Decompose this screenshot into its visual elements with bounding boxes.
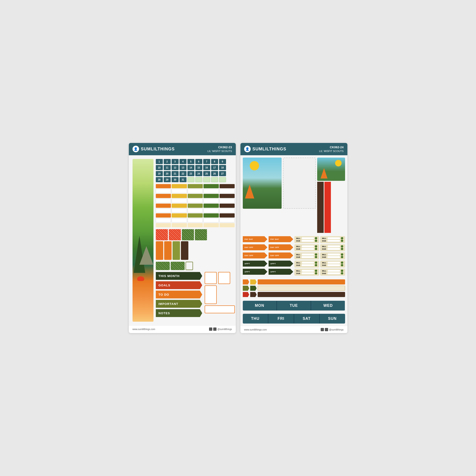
label-and-boxes: THIS MONTH GOALS TO DO IMPORTANT NOTES	[156, 272, 235, 317]
strip-olive-3	[188, 204, 203, 208]
pattern-red	[156, 229, 168, 240]
scenic-sun-2	[335, 160, 342, 166]
num-12: 12	[172, 165, 178, 170]
scenic-small-top	[317, 158, 345, 181]
scenic-sun-1	[250, 161, 259, 170]
facebook-icon-right	[325, 328, 328, 331]
strip-cream-3	[188, 223, 203, 227]
flag-arrow-brown-1	[250, 292, 257, 297]
strip-white-14	[203, 208, 219, 213]
logo-right: 👤	[244, 146, 251, 152]
long-bar-orange-1	[258, 279, 345, 285]
social-icons-left: @sumlilthings	[209, 327, 232, 331]
day-row-wrapper-1: MON TUE WED	[243, 301, 345, 310]
strip-white-18	[188, 218, 203, 222]
num-14: 14	[187, 165, 194, 170]
num-17: 17	[211, 165, 218, 170]
day-row-wrapper-2: THU FRI SAT SUN	[243, 314, 345, 323]
strip-row-8	[156, 218, 235, 222]
num-27: 27	[219, 171, 226, 176]
day-sun: SUN	[320, 314, 345, 323]
banner-goals: GOALS	[156, 281, 202, 289]
sticker-appt-4: APPT	[269, 269, 293, 275]
pattern-green-2	[195, 229, 207, 240]
strip-white-9	[203, 199, 219, 203]
num-empty-2	[195, 177, 202, 182]
strip-orange-2	[156, 194, 171, 198]
num-8: 8	[211, 159, 218, 164]
white-box-med	[205, 285, 217, 304]
brand-left: 👤 SUMLILTHINGS	[133, 146, 175, 152]
strip-white-5	[220, 189, 235, 193]
num-empty-1	[187, 177, 194, 182]
sticker-dayoff-2: DAY OFF	[269, 244, 293, 250]
num-empty-5	[219, 177, 226, 182]
day-thu: THU	[243, 314, 269, 323]
bill-item-7: BILL DUE	[294, 261, 319, 268]
day-wed: WED	[311, 301, 345, 310]
hbar-row-1	[243, 279, 345, 285]
strip-white-11	[156, 208, 171, 213]
sidebar-art	[133, 159, 154, 322]
label-section: THIS MONTH GOALS TO DO IMPORTANT NOTES	[156, 272, 202, 317]
long-bar-olive-1	[258, 286, 345, 291]
instagram-icon-right	[321, 328, 324, 331]
strip-row-7	[156, 213, 235, 218]
strip-brown-2	[220, 194, 235, 198]
flag-arrow-yellow-1	[250, 279, 257, 285]
strip-row-1	[156, 184, 235, 188]
strip-yellow-2	[172, 194, 187, 198]
strip-white-2	[172, 189, 187, 193]
code-left: CK062-23 LIL' MISFIT SCOUTS	[207, 145, 232, 153]
strip-white-20	[220, 218, 235, 222]
num-11: 11	[164, 165, 171, 170]
strip-row-4	[156, 199, 235, 203]
right-card: 👤 SUMLILTHINGS CK062-24 LIL' MISFIT SCOU…	[240, 143, 347, 333]
left-card-body: 1 2 3 4 5 6 7 8 9 10 11 12 13	[129, 155, 236, 325]
num-10: 10	[156, 165, 163, 170]
num-empty-3	[203, 177, 210, 182]
day-sat: SAT	[294, 314, 320, 323]
bill-item-2: BILL DUE	[320, 236, 345, 243]
bill-item-3: BILL DUE	[294, 244, 319, 251]
strip-cream-2	[172, 223, 187, 227]
horiz-bars	[243, 279, 345, 297]
scenic-row	[243, 158, 345, 233]
num-18: 18	[219, 165, 226, 170]
strip-brown-4	[220, 213, 235, 218]
strip-green-1	[203, 184, 219, 188]
strip-brown-1	[220, 184, 235, 188]
right-card-footer: www.sumlilthings.com @sumlilthings	[240, 326, 347, 333]
bill-item-9: BILL DUE	[294, 269, 319, 276]
strip-cream-4	[203, 223, 219, 227]
strip-white-16	[156, 218, 171, 222]
scenic-right-panels	[317, 158, 345, 233]
num-26: 26	[211, 171, 218, 176]
hbar-row-3	[243, 292, 345, 297]
sticker-appt-2: APPT	[269, 261, 293, 267]
number-grid: 1 2 3 4 5 6 7 8 9 10 11 12 13	[156, 159, 235, 182]
strip-row-cream	[156, 223, 235, 227]
strip-orange-1	[156, 184, 171, 188]
strip-white-8	[188, 199, 203, 203]
art-background	[133, 159, 154, 322]
brand-right: 👤 SUMLILTHINGS	[244, 146, 286, 152]
color-strips	[156, 184, 235, 227]
page-wrapper: 👤 SUMLILTHINGS CK062-23 LIL' MISFIT SCOU…	[120, 134, 357, 343]
number-row-1: 1 2 3 4 5 6 7 8 9	[156, 159, 235, 164]
sticker-dayoff-3: DAY OFF	[243, 252, 267, 258]
scenic-panel-left	[243, 158, 282, 209]
left-card-footer: www.sumlilthings.com @sumlilthings	[129, 325, 236, 333]
num-4: 4	[179, 159, 187, 164]
num-25: 25	[203, 171, 210, 176]
num-29: 29	[164, 177, 171, 182]
white-box-row-1	[205, 272, 235, 284]
facebook-icon	[213, 327, 216, 331]
bar-brown	[317, 182, 324, 233]
num-6: 6	[195, 159, 202, 164]
strip-white-15	[220, 208, 235, 213]
white-box-sm-1	[205, 272, 217, 284]
flag-arrow-olive-1	[243, 286, 249, 291]
sticker-appt-3: APPT	[243, 269, 267, 275]
strip-green-4	[203, 213, 219, 218]
